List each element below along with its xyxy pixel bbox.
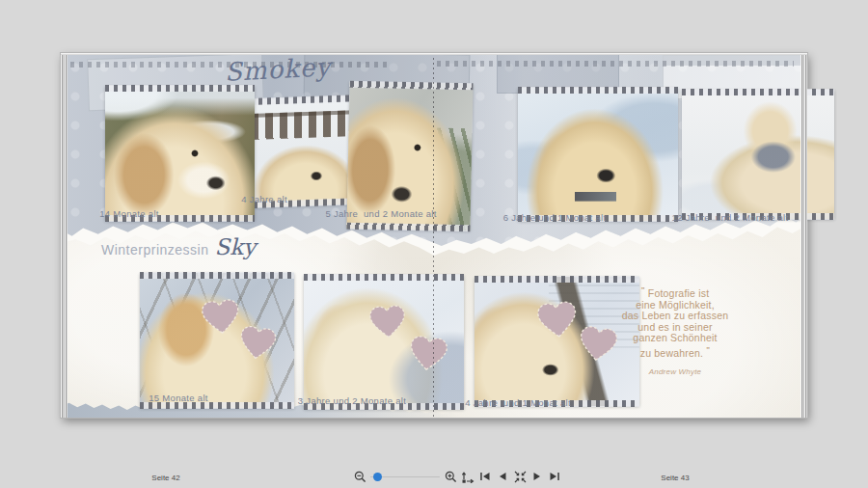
zoom-fit-button[interactable]	[461, 470, 475, 483]
photo-caption: 14 Monate alt	[99, 208, 158, 219]
page-stack-edge-left	[61, 53, 68, 418]
heart-sticker	[405, 332, 452, 375]
heart-sticker	[366, 303, 410, 342]
page-stack-edge-right	[800, 53, 807, 418]
quote-line: Fotografie ist	[648, 287, 710, 299]
photo-caption: 4 Jahre und 1 Monat alt	[465, 397, 571, 408]
section-title-prefix: Winterprinzessin	[101, 242, 208, 258]
quote-line: eine Möglichkeit,	[636, 299, 715, 311]
photo-caption: 3 Jahre und 2 Monate alt	[298, 395, 406, 406]
photo-caption: 4 Jahre alt	[241, 194, 287, 204]
photobook-spread: Smokey 14 Monate alt 4 Jahre alt 5 Jahre…	[61, 53, 807, 418]
photo-caption: 12 Jahre und 2 Monate alt	[672, 212, 789, 223]
section-title-name: Sky	[214, 234, 256, 259]
film-sprocket-row	[437, 61, 794, 67]
zoom-slider-handle[interactable]	[373, 473, 382, 481]
section-title-winterprinzessin-sky: Winterprinzessin Sky	[101, 234, 256, 259]
heart-sticker	[198, 296, 244, 339]
photo-caption: 6 Jahre und 1 Monat alt	[503, 212, 607, 223]
quote-line: ganzen Schönheit	[633, 332, 717, 343]
next-page-button[interactable]	[530, 470, 544, 483]
photo-sky-3-jahre-2-monate[interactable]	[304, 275, 464, 409]
heart-sticker	[235, 322, 281, 364]
zoom-slider[interactable]	[370, 470, 440, 483]
zoom-in-button[interactable]	[444, 470, 457, 483]
previous-page-button[interactable]	[496, 470, 509, 483]
photo-sky-15-monate[interactable]	[140, 273, 294, 408]
quote-mark-close: "	[706, 345, 710, 354]
first-page-button[interactable]	[478, 470, 492, 483]
page-title-smokey: Smokey	[224, 52, 331, 87]
quote-block: " Fotografie ist eine Möglichkeit, das L…	[593, 285, 757, 378]
photo-caption: 5 Jahre und 2 Monate alt	[325, 208, 436, 219]
quote-line: das Leben zu erfassen	[622, 310, 728, 321]
photo-smokey-6-jahre-1-monat[interactable]	[518, 88, 678, 221]
viewer-toolbar	[353, 469, 561, 484]
quote-line: und es in seiner	[637, 321, 712, 333]
page-fold-line	[433, 53, 434, 418]
quote-mark-open: "	[641, 285, 645, 294]
quote-author: Andrew Whyte	[593, 366, 757, 378]
fit-spread-button[interactable]	[513, 470, 527, 483]
zoom-out-button[interactable]	[353, 470, 366, 483]
photo-smokey-14-monate[interactable]	[105, 86, 255, 221]
last-page-button[interactable]	[548, 470, 561, 483]
quote-line: zu bewahren.	[640, 347, 703, 359]
photo-smokey-12-jahre-2-monate[interactable]	[682, 90, 834, 219]
photo-caption: 15 Monate alt	[149, 393, 207, 403]
page-number-left: Seite 42	[151, 474, 179, 482]
heart-sticker	[533, 298, 582, 343]
page-number-right: Seite 43	[661, 474, 689, 482]
